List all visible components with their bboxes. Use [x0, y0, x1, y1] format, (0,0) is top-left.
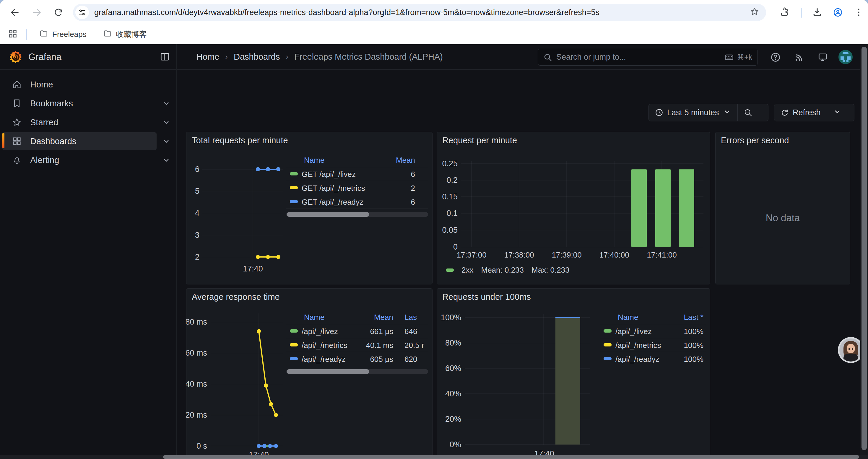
svg-text:0.1: 0.1 — [446, 209, 458, 218]
grafana-app: Home›Dashboards›Freeleaps Metrics Dashbo… — [0, 44, 868, 459]
legend-series-name[interactable]: /api/_/readyz — [302, 355, 346, 364]
horizontal-scrollbar-thumb[interactable] — [163, 455, 859, 459]
profile-icon — [833, 7, 843, 18]
legend-value: 6 — [411, 198, 415, 207]
legend-value: 605 µs — [370, 355, 393, 364]
bookmark-item[interactable]: 收藏博客 — [99, 27, 151, 42]
legend-series-name[interactable]: /api/_/metrics — [615, 341, 661, 350]
sidebar-item-alerting[interactable]: Alerting — [0, 151, 177, 169]
svg-text:3: 3 — [195, 231, 199, 239]
sidebar-item-dashboards[interactable]: Dashboards — [0, 132, 177, 151]
svg-text:0: 0 — [453, 242, 458, 251]
downloads-button[interactable] — [810, 5, 824, 20]
refresh-interval-button[interactable] — [827, 104, 848, 121]
news-rss-button[interactable] — [793, 51, 806, 64]
legend-series-name[interactable]: /api/_/metrics — [302, 341, 347, 350]
chart-canvas[interactable]: 100%80%60%40%20%0%17:40 — [437, 289, 711, 459]
legend-series-swatch — [603, 343, 612, 347]
legend-series-name[interactable]: 2xx — [462, 266, 473, 275]
chevron-down-icon[interactable] — [162, 156, 171, 165]
chevron-down-icon[interactable] — [162, 118, 171, 127]
legend-series-name[interactable]: GET /api/_/livez — [302, 170, 356, 179]
legend-value: 100% — [684, 341, 704, 350]
sidebar-item-bookmarks[interactable]: Bookmarks — [0, 94, 177, 113]
legend-row: 2xxMean: 0.233Max: 0.233 — [446, 266, 569, 275]
back-button[interactable] — [6, 4, 23, 21]
svg-text:17:37:00: 17:37:00 — [457, 251, 486, 259]
panel-title[interactable]: Errors per second — [721, 136, 789, 145]
bookmark-star-button[interactable] — [749, 6, 761, 18]
legend-header-name[interactable]: Name — [618, 313, 638, 322]
time-controls-row: Last 5 minutes Refresh — [177, 93, 868, 126]
profile-button[interactable] — [831, 5, 845, 20]
browser-menu-button[interactable] — [851, 5, 866, 20]
legend-series-name[interactable]: /api/_/livez — [615, 327, 652, 336]
help-button[interactable] — [769, 51, 782, 64]
breadcrumb-item[interactable]: Dashboards — [234, 52, 280, 62]
chevron-down-icon[interactable] — [162, 99, 171, 108]
screen-button[interactable] — [816, 51, 830, 64]
zoom-out-button[interactable] — [738, 104, 758, 121]
avatar-face — [847, 344, 855, 353]
apps-grid-icon — [8, 29, 18, 39]
search-icon — [543, 53, 552, 62]
legend-header-last[interactable]: Last * — [684, 313, 704, 322]
legend-scrollbar-thumb[interactable] — [287, 369, 369, 374]
forward-icon — [32, 7, 42, 18]
folder-icon — [103, 29, 112, 40]
legend-header-name[interactable]: Name — [304, 313, 324, 322]
star-icon — [12, 117, 22, 127]
legend-header-mean[interactable]: Mean — [374, 313, 393, 322]
refresh-group: Refresh — [774, 104, 855, 121]
legend-series-name[interactable]: GET /api/_/readyz — [302, 198, 363, 207]
legend-value: 620 — [404, 355, 417, 364]
legend-header-name[interactable]: Name — [304, 156, 324, 165]
svg-text:17:38:00: 17:38:00 — [504, 251, 534, 259]
sidebar-item-starred[interactable]: Starred — [0, 113, 177, 132]
apps-grid-button[interactable] — [8, 29, 20, 40]
forward-button[interactable] — [29, 4, 45, 21]
svg-text:17:39:00: 17:39:00 — [552, 251, 582, 259]
extensions-button[interactable] — [777, 5, 791, 20]
legend-max-value: Max: 0.233 — [531, 266, 569, 275]
clock-icon — [655, 108, 663, 117]
site-settings-button[interactable] — [75, 6, 89, 19]
tune-icon — [78, 8, 86, 17]
bookmark-item[interactable]: Freeleaps — [35, 27, 91, 42]
extension-avatar-widget[interactable] — [838, 337, 864, 363]
legend-series-name[interactable]: GET /api/_/metrics — [302, 184, 365, 193]
sidebar-item-home[interactable]: Home — [0, 75, 177, 94]
breadcrumb-item[interactable]: Freeleaps Metrics Dashboard (ALPHA) — [294, 52, 443, 62]
legend-value: 2 — [411, 184, 415, 193]
refresh-button[interactable]: Refresh — [774, 104, 827, 121]
panel-errors-per-second: Errors per second No data — [715, 132, 850, 285]
url-bar[interactable]: grafana.mathmast.com/d/deytv4rwavabkb/fr… — [73, 4, 766, 21]
chart-canvas[interactable]: 0.250.20.150.10.05017:37:0017:38:0017:39… — [437, 132, 711, 285]
time-range-button[interactable]: Last 5 minutes — [649, 104, 737, 121]
vertical-scrollbar-thumb[interactable] — [862, 47, 867, 450]
reload-button[interactable] — [50, 4, 67, 21]
no-data-message: No data — [716, 212, 850, 224]
legend-header-last[interactable]: Las — [404, 313, 417, 322]
svg-text:60 ms: 60 ms — [186, 349, 207, 357]
legend-series-name[interactable]: /api/_/readyz — [615, 355, 659, 364]
monitor-icon — [817, 52, 828, 63]
panel-total-requests: Total requests per minute 6543217:40Name… — [186, 132, 433, 285]
user-avatar[interactable] — [838, 50, 852, 64]
svg-text:0.2: 0.2 — [446, 176, 458, 185]
legend-scrollbar-thumb[interactable] — [287, 212, 369, 217]
svg-text:40 ms: 40 ms — [186, 380, 207, 388]
legend-series-swatch — [290, 172, 298, 175]
legend-header-mean[interactable]: Mean — [396, 156, 415, 165]
chevron-down-icon[interactable] — [162, 137, 171, 145]
sidebar-item-label: Alerting — [30, 155, 59, 165]
breadcrumb-item[interactable]: Home — [196, 52, 219, 62]
search-input[interactable]: Search or jump to... ⌘+k — [538, 49, 758, 66]
svg-text:100%: 100% — [441, 313, 461, 322]
sidebar-toggle-button[interactable] — [159, 52, 172, 63]
active-indicator — [2, 133, 4, 148]
url-text[interactable]: grafana.mathmast.com/d/deytv4rwavabkb/fr… — [94, 8, 749, 17]
breadcrumb-separator: › — [225, 52, 228, 61]
legend-series-name[interactable]: /api/_/livez — [302, 327, 338, 336]
bookmarks-bar: Freeleaps收藏博客 — [0, 25, 868, 44]
